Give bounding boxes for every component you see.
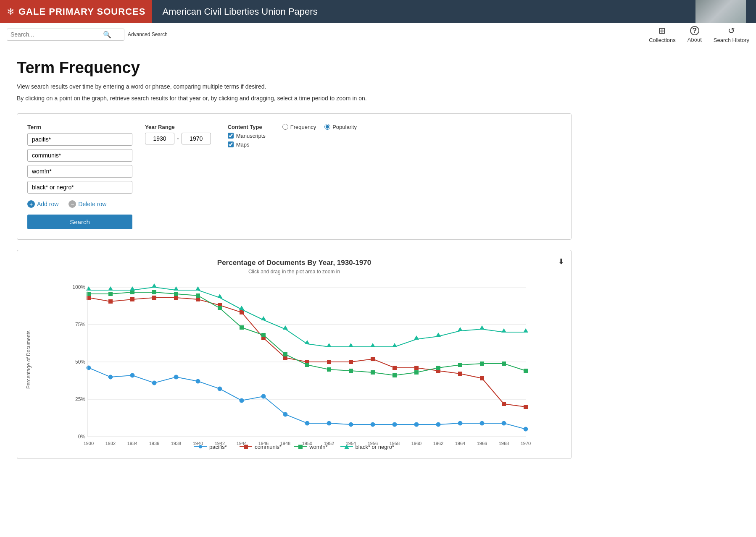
svg-point-51: [524, 427, 528, 431]
year-range-label: Year Range: [145, 124, 211, 130]
svg-text:0%: 0%: [78, 434, 86, 440]
svg-point-49: [480, 421, 484, 425]
svg-rect-75: [130, 290, 134, 294]
popularity-radio-item: Popularity: [324, 124, 357, 130]
svg-rect-53: [108, 299, 113, 304]
svg-rect-70: [480, 376, 484, 380]
svg-point-33: [130, 373, 134, 377]
svg-text:1966: 1966: [477, 441, 487, 446]
brand-icon: ❄: [7, 6, 14, 17]
about-icon: ?: [690, 26, 699, 35]
svg-text:25%: 25%: [75, 396, 85, 402]
svg-rect-76: [152, 290, 156, 294]
svg-rect-82: [283, 352, 287, 356]
chart-area: Percentage of Documents 100% 75% 50% 25%…: [26, 281, 563, 438]
download-icon[interactable]: ⬇: [558, 257, 564, 266]
about-label: About: [688, 37, 702, 43]
svg-marker-100: [217, 294, 222, 298]
svg-point-32: [108, 375, 113, 379]
svg-marker-114: [523, 328, 528, 333]
svg-rect-91: [480, 361, 484, 366]
svg-point-36: [196, 379, 200, 383]
maps-checkbox[interactable]: [228, 141, 234, 147]
collection-title: American Civil Liberties Union Papers: [162, 6, 317, 17]
svg-text:100%: 100%: [72, 284, 85, 290]
svg-point-40: [283, 412, 287, 417]
manuscripts-checkbox[interactable]: [228, 133, 234, 139]
search-history-nav-item[interactable]: ↺ Search History: [714, 26, 749, 43]
svg-rect-87: [392, 373, 397, 377]
about-nav-item[interactable]: ? About: [688, 26, 702, 43]
svg-rect-90: [458, 363, 462, 367]
svg-text:1970: 1970: [521, 441, 531, 446]
delete-row-button[interactable]: − Delete row: [68, 200, 106, 208]
svg-text:50%: 50%: [75, 359, 85, 365]
year-from-input[interactable]: [145, 133, 174, 144]
content-type-section: Content Type Manuscripts Maps: [228, 124, 266, 148]
svg-point-44: [371, 422, 375, 427]
search-button-icon[interactable]: 🔍: [103, 31, 111, 39]
search-submit-button[interactable]: Search: [27, 215, 132, 229]
term-input-3[interactable]: [27, 181, 132, 194]
svg-rect-65: [371, 357, 375, 361]
popularity-radio[interactable]: [324, 124, 330, 130]
term-row-3: [27, 181, 132, 194]
svg-rect-56: [174, 296, 178, 300]
svg-point-31: [87, 366, 91, 370]
svg-rect-81: [261, 333, 266, 337]
svg-rect-59: [240, 310, 244, 314]
svg-rect-86: [371, 370, 375, 375]
main-content: Term Frequency View search results over …: [0, 46, 588, 472]
search-input[interactable]: [11, 31, 103, 38]
svg-marker-102: [261, 316, 266, 320]
svg-text:75%: 75%: [75, 322, 85, 327]
svg-rect-85: [349, 369, 353, 373]
manuscripts-label: Manuscripts: [236, 133, 266, 139]
svg-marker-103: [283, 325, 288, 330]
svg-rect-64: [349, 360, 353, 364]
svg-text:1956: 1956: [368, 441, 378, 446]
svg-point-42: [327, 421, 331, 425]
term-input-0[interactable]: [27, 133, 132, 146]
svg-rect-89: [436, 366, 440, 370]
svg-rect-52: [87, 296, 91, 300]
svg-text:1936: 1936: [149, 441, 159, 446]
svg-text:1940: 1940: [193, 441, 203, 446]
svg-marker-111: [458, 327, 463, 331]
svg-rect-84: [327, 367, 331, 372]
svg-point-37: [218, 387, 222, 391]
svg-marker-105: [327, 343, 332, 347]
term-row-2: [27, 165, 132, 178]
delete-row-icon: −: [68, 200, 76, 208]
chart-svg[interactable]: 100% 75% 50% 25% 0% 1930 1932 1934 1936: [35, 281, 563, 437]
svg-rect-83: [305, 363, 309, 367]
frequency-radio[interactable]: [282, 124, 288, 130]
svg-text:1934: 1934: [127, 441, 137, 446]
svg-rect-63: [327, 360, 331, 364]
frequency-radio-label: Frequency: [290, 124, 316, 130]
svg-text:1960: 1960: [411, 441, 421, 446]
add-row-button[interactable]: + Add row: [27, 200, 58, 208]
chart-inner[interactable]: 100% 75% 50% 25% 0% 1930 1932 1934 1936: [35, 281, 563, 438]
svg-rect-93: [524, 369, 528, 373]
frequency-radio-item: Frequency: [282, 124, 316, 130]
svg-rect-80: [240, 325, 244, 330]
search-history-label: Search History: [714, 37, 749, 43]
svg-text:1932: 1932: [105, 441, 116, 446]
svg-rect-69: [458, 372, 462, 376]
search-box[interactable]: 🔍: [7, 29, 124, 41]
svg-point-48: [458, 421, 462, 425]
collections-nav-item[interactable]: ⊞ Collections: [649, 26, 676, 43]
year-to-input[interactable]: [182, 133, 211, 144]
svg-marker-97: [152, 283, 157, 288]
term-input-1[interactable]: [27, 149, 132, 162]
svg-point-34: [152, 381, 156, 385]
advanced-search-link[interactable]: Advanced Search: [128, 31, 168, 37]
svg-text:1930: 1930: [84, 441, 94, 446]
svg-point-39: [261, 394, 266, 398]
svg-marker-112: [479, 325, 485, 330]
y-axis-label: Percentage of Documents: [26, 281, 32, 438]
term-input-2[interactable]: [27, 165, 132, 178]
add-delete-row: + Add row − Delete row: [27, 200, 132, 208]
brand-section: ❄ GALE PRIMARY SOURCES: [0, 0, 152, 23]
